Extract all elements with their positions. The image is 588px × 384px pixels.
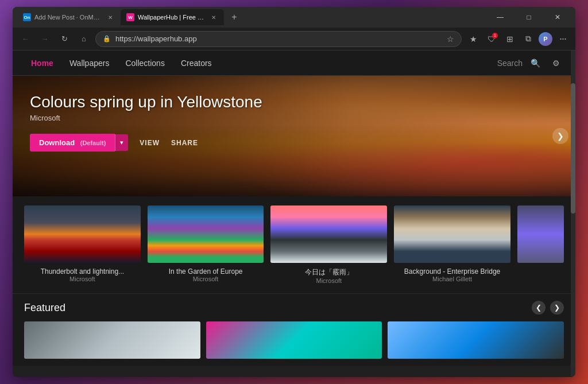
featured-title: Featured — [24, 302, 65, 314]
wallpaper-name-2: In the Garden of Europe — [148, 267, 264, 276]
shield-badge: 1 — [492, 33, 498, 38]
home-button[interactable]: ⌂ — [76, 31, 92, 47]
featured-grid — [24, 321, 564, 359]
wallpaper-card-4[interactable]: Background - Enterprise Bridge Michael G… — [394, 205, 510, 282]
hero-title: Colours spring up in Yellowstone — [30, 93, 558, 111]
wallpaper-thumb-2 — [148, 205, 264, 263]
featured-section: Featured ❮ ❯ — [13, 293, 575, 366]
new-tab-button[interactable]: + — [226, 9, 242, 25]
address-bar: ← → ↻ ⌂ 🔒 https://wallpaperhub.app ☆ ★ 🛡… — [13, 28, 575, 51]
download-dropdown-button[interactable]: ▾ — [115, 134, 128, 151]
wallpaper-thumb-5 — [517, 205, 564, 263]
site-content: Home Wallpapers Collections Creators Sea… — [13, 51, 575, 377]
bookmark-icon[interactable]: ☆ — [447, 34, 454, 44]
featured-prev-button[interactable]: ❮ — [532, 301, 546, 315]
featured-card-2[interactable] — [206, 321, 382, 359]
featured-card-1[interactable] — [24, 321, 200, 359]
forward-button[interactable]: → — [37, 31, 53, 47]
hero-content: Colours spring up in Yellowstone Microso… — [13, 76, 575, 163]
url-bar[interactable]: 🔒 https://wallpaperhub.app ☆ — [95, 31, 462, 47]
site-nav-search: Search 🔍 ⚙ — [497, 55, 564, 71]
download-button[interactable]: Download (Default) — [30, 134, 115, 152]
nav-home[interactable]: Home — [24, 54, 60, 72]
wallpaper-thumb-1 — [24, 205, 141, 263]
refresh-button[interactable]: ↻ — [56, 31, 72, 47]
wallpaper-card-2[interactable]: In the Garden of Europe Microsoft — [148, 205, 264, 282]
share-link[interactable]: SHARE — [171, 139, 198, 147]
wallpaper-name-4: Background - Enterprise Bridge — [394, 267, 510, 276]
featured-next-button[interactable]: ❯ — [550, 301, 564, 315]
tab-close-wallpaper[interactable]: ✕ — [209, 13, 218, 22]
download-button-group: Download (Default) ▾ — [30, 134, 128, 152]
wallpaper-name-3: 今日は「霰雨」 — [270, 267, 387, 277]
tab-label-msft: Add New Post · OnMSFT.com — ... — [34, 14, 102, 21]
featured-header: Featured ❮ ❯ — [24, 301, 564, 315]
wallpaper-creator-4: Michael Gillett — [394, 276, 510, 282]
view-link[interactable]: VIEW — [140, 139, 160, 147]
browser-window: On Add New Post · OnMSFT.com — ... ✕ W W… — [13, 7, 575, 377]
tab-favicon-wph: W — [126, 13, 134, 21]
tab-favicon-msft: On — [23, 13, 31, 21]
nav-wallpapers[interactable]: Wallpapers — [63, 54, 117, 72]
wallpaper-thumb-4 — [394, 205, 510, 263]
wallpaper-thumb-3 — [270, 205, 387, 263]
wallpaper-creator-2: Microsoft — [148, 276, 264, 282]
settings-button[interactable]: ⚙ — [548, 55, 564, 71]
search-label: Search — [497, 59, 523, 68]
shield-icon[interactable]: 🛡 1 — [483, 31, 500, 47]
url-text: https://wallpaperhub.app — [115, 34, 442, 43]
wallpaper-card-1[interactable]: Thunderbolt and lightning... Microsoft — [24, 205, 141, 282]
wallpaper-section: Thunderbolt and lightning... Microsoft I… — [13, 196, 575, 293]
title-bar: On Add New Post · OnMSFT.com — ... ✕ W W… — [13, 7, 575, 28]
featured-card-3[interactable] — [388, 321, 564, 359]
hero-next-button[interactable]: ❯ — [552, 128, 568, 144]
back-button[interactable]: ← — [17, 31, 33, 47]
hero-subtitle: Microsoft — [30, 114, 558, 122]
wallpaper-grid: Thunderbolt and lightning... Microsoft I… — [24, 205, 564, 284]
tab-bar: On Add New Post · OnMSFT.com — ... ✕ W W… — [17, 7, 487, 28]
featured-nav: ❮ ❯ — [532, 301, 564, 315]
wallpaper-creator-3: Microsoft — [270, 277, 387, 284]
hero-actions: Download (Default) ▾ VIEW SHARE — [30, 134, 558, 152]
wallpaper-card-3[interactable]: 今日は「霰雨」 Microsoft — [270, 205, 387, 284]
site-nav: Home Wallpapers Collections Creators Sea… — [13, 51, 575, 76]
hero-banner: Colours spring up in Yellowstone Microso… — [13, 76, 575, 196]
collections-icon[interactable]: ⧉ — [520, 31, 536, 47]
maximize-button[interactable]: □ — [516, 8, 542, 26]
nav-creators[interactable]: Creators — [174, 54, 219, 72]
more-button[interactable]: ··· — [555, 31, 571, 47]
wallpaper-name-1: Thunderbolt and lightning... — [24, 267, 141, 276]
wallpaper-card-5-partial[interactable] — [517, 205, 564, 267]
extensions-icon[interactable]: ⊞ — [502, 31, 518, 47]
toolbar-icons: ★ 🛡 1 ⊞ ⧉ P ··· — [465, 31, 571, 47]
search-button[interactable]: 🔍 — [527, 55, 543, 71]
nav-collections[interactable]: Collections — [118, 54, 171, 72]
tab-msft[interactable]: On Add New Post · OnMSFT.com — ... ✕ — [17, 9, 121, 25]
lock-icon: 🔒 — [103, 35, 111, 42]
profile-avatar[interactable]: P — [539, 32, 552, 46]
site-nav-links: Home Wallpapers Collections Creators — [24, 54, 497, 72]
favorites-icon[interactable]: ★ — [465, 31, 481, 47]
tab-wallpaper[interactable]: W WallpaperHub | Free wallpapers... ✕ — [121, 9, 224, 25]
tab-label-wallpaper: WallpaperHub | Free wallpapers... — [138, 14, 206, 21]
window-controls: — □ ✕ — [487, 8, 571, 26]
close-button[interactable]: ✕ — [544, 8, 571, 26]
minimize-button[interactable]: — — [487, 8, 513, 26]
wallpaper-creator-1: Microsoft — [24, 276, 141, 282]
tab-close-msft[interactable]: ✕ — [106, 13, 115, 22]
